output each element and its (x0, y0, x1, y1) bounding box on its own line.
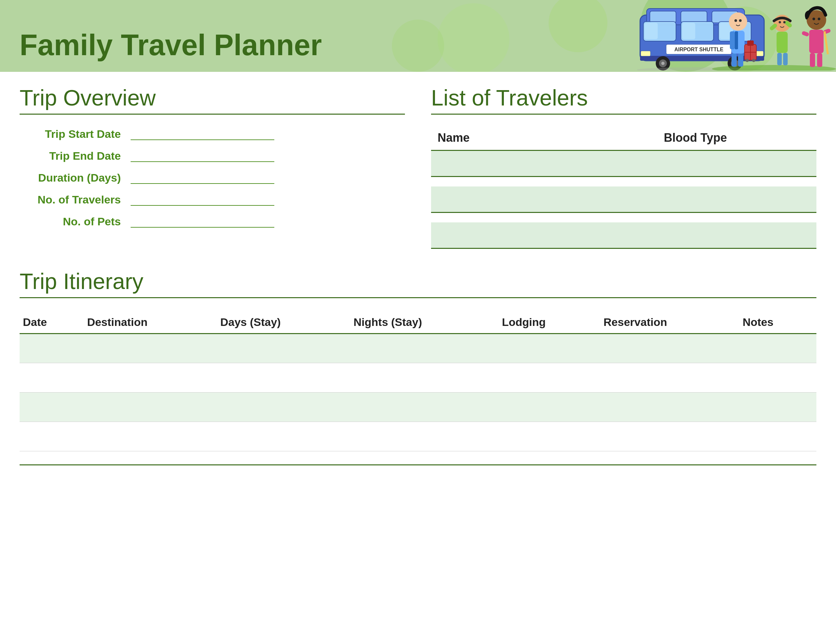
trip-end-date-label: Trip End Date (20, 150, 131, 162)
svg-rect-29 (738, 54, 743, 67)
duration-row: Duration (Days) (20, 172, 405, 184)
svg-rect-42 (777, 53, 782, 65)
itinerary-row-1-nights[interactable] (350, 334, 499, 363)
svg-rect-48 (802, 31, 810, 37)
itinerary-col-lodging: Lodging (499, 311, 600, 334)
itinerary-row-4-lodging[interactable] (499, 422, 600, 451)
svg-rect-9 (682, 23, 695, 39)
footer-divider (20, 464, 816, 465)
itinerary-row-4-destination[interactable] (84, 422, 217, 451)
itinerary-row-2-date[interactable] (20, 363, 84, 392)
trip-end-date-input[interactable] (131, 150, 274, 162)
svg-rect-8 (645, 23, 658, 39)
itinerary-header-row: Date Destination Days (Stay) Nights (Sta… (20, 311, 816, 334)
itinerary-row-2-days[interactable] (217, 363, 350, 392)
itinerary-row-3 (20, 392, 816, 422)
svg-point-30 (735, 19, 737, 22)
svg-rect-3 (681, 11, 707, 23)
svg-rect-50 (810, 53, 815, 67)
traveler-cell-3[interactable] (431, 222, 816, 248)
trip-start-date-label: Trip Start Date (20, 128, 131, 141)
svg-point-24 (729, 12, 747, 31)
itinerary-row-1-days[interactable] (217, 334, 350, 363)
svg-rect-28 (732, 54, 737, 67)
travelers-header-row: Name Blood Type (431, 128, 816, 150)
itinerary-row-2-nights[interactable] (350, 363, 499, 392)
svg-rect-43 (783, 53, 788, 65)
itinerary-row-1-notes[interactable] (739, 334, 816, 363)
travelers-col-bloodtype: Blood Type (575, 128, 816, 150)
top-sections: Trip Overview Trip Start Date Trip End D… (20, 85, 816, 249)
itinerary-col-nights: Nights (Stay) (350, 311, 499, 334)
itinerary-row-3-reservation[interactable] (600, 392, 739, 422)
itinerary-row-1-lodging[interactable] (499, 334, 600, 363)
itinerary-col-days: Days (Stay) (217, 311, 350, 334)
itinerary-row-4-reservation[interactable] (600, 422, 739, 451)
traveler-cell-2[interactable] (431, 186, 816, 212)
main-content: Trip Overview Trip Start Date Trip End D… (0, 72, 836, 492)
traveler-row-2 (431, 186, 816, 212)
travelers-section: List of Travelers Name Blood Type (431, 85, 816, 249)
itinerary-table: Date Destination Days (Stay) Nights (Sta… (20, 311, 816, 451)
svg-rect-51 (817, 53, 822, 67)
itinerary-row-2-reservation[interactable] (600, 363, 739, 392)
svg-point-52 (813, 18, 815, 20)
itinerary-row-3-nights[interactable] (350, 392, 499, 422)
itinerary-row-1-destination[interactable] (84, 334, 217, 363)
itinerary-col-destination: Destination (84, 311, 217, 334)
characters-illustration (712, 2, 836, 72)
itinerary-row-2 (20, 363, 816, 392)
itinerary-row-3-destination[interactable] (84, 392, 217, 422)
itinerary-row-4 (20, 422, 816, 451)
itinerary-row-4-notes[interactable] (739, 422, 816, 451)
itinerary-title: Trip Itinerary (20, 268, 816, 298)
itinerary-row-2-lodging[interactable] (499, 363, 600, 392)
num-pets-input[interactable] (131, 216, 274, 227)
itinerary-row-4-nights[interactable] (350, 422, 499, 451)
traveler-cell-1[interactable] (431, 150, 816, 177)
itinerary-row-2-destination[interactable] (84, 363, 217, 392)
svg-point-37 (752, 59, 755, 62)
traveler-row-3 (431, 222, 816, 248)
num-travelers-label: No. of Travelers (20, 193, 131, 206)
svg-point-36 (746, 59, 749, 62)
app-title: Family Travel Planner (20, 28, 322, 62)
svg-rect-20 (641, 51, 650, 56)
svg-point-31 (739, 19, 741, 22)
num-pets-label: No. of Pets (20, 215, 131, 228)
num-pets-row: No. of Pets (20, 215, 405, 228)
travelers-col-name: Name (431, 128, 575, 150)
trip-overview-section: Trip Overview Trip Start Date Trip End D… (20, 85, 405, 249)
trip-start-date-input[interactable] (131, 128, 274, 140)
trip-end-date-row: Trip End Date (20, 150, 405, 162)
num-travelers-input[interactable] (131, 194, 274, 206)
trip-start-date-row: Trip Start Date (20, 128, 405, 141)
svg-line-54 (825, 31, 828, 54)
itinerary-col-notes: Notes (739, 311, 816, 334)
itinerary-row-3-days[interactable] (217, 392, 350, 422)
svg-point-16 (661, 62, 665, 65)
travelers-table: Name Blood Type (431, 128, 816, 249)
duration-input[interactable] (131, 172, 274, 184)
svg-rect-2 (650, 11, 676, 23)
itinerary-col-reservation: Reservation (600, 311, 739, 334)
svg-point-44 (779, 21, 781, 23)
itinerary-row-1-date[interactable] (20, 334, 84, 363)
itinerary-row-4-date[interactable] (20, 422, 84, 451)
svg-point-53 (818, 18, 820, 20)
itinerary-row-2-notes[interactable] (739, 363, 816, 392)
itinerary-col-date: Date (20, 311, 84, 334)
duration-label: Duration (Days) (20, 172, 131, 184)
travelers-title: List of Travelers (431, 85, 816, 114)
header: Family Travel Planner AIRPORT SHUTTLE (0, 0, 836, 72)
itinerary-row-3-lodging[interactable] (499, 392, 600, 422)
svg-rect-39 (777, 32, 788, 53)
itinerary-row-1 (20, 334, 816, 363)
itinerary-row-3-notes[interactable] (739, 392, 816, 422)
svg-rect-27 (735, 31, 738, 49)
svg-point-45 (784, 21, 786, 23)
num-travelers-row: No. of Travelers (20, 193, 405, 206)
itinerary-row-4-days[interactable] (217, 422, 350, 451)
itinerary-row-3-date[interactable] (20, 392, 84, 422)
itinerary-row-1-reservation[interactable] (600, 334, 739, 363)
